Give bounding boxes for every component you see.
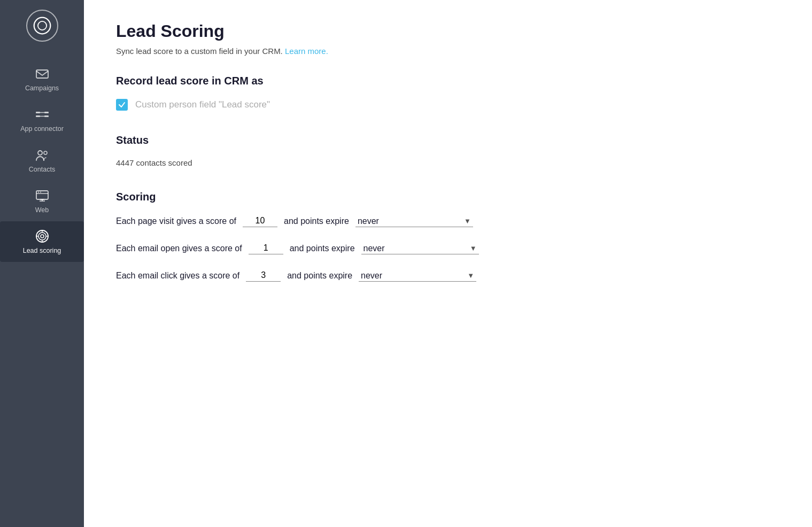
svg-point-20 [41, 235, 44, 238]
app-logo [26, 10, 58, 42]
status-section-title: Status [116, 134, 780, 146]
svg-rect-5 [36, 115, 40, 117]
learn-more-link[interactable]: Learn more. [285, 46, 328, 56]
checkbox-label: Custom person field "Lead score" [135, 99, 270, 110]
svg-point-14 [40, 192, 41, 193]
email-click-score-input[interactable] [246, 269, 281, 282]
status-section: Status 4447 contacts scored [116, 134, 780, 167]
page-subtitle: Sync lead score to a custom field in you… [116, 46, 780, 56]
svg-point-10 [44, 151, 47, 154]
sidebar-item-web[interactable]: Web [0, 181, 84, 221]
scoring-row-email-click: Each email click gives a score of and po… [116, 269, 780, 282]
sidebar-web-label: Web [35, 206, 49, 214]
scoring-section: Scoring Each page visit gives a score of… [116, 191, 780, 282]
scoring-row-email-open: Each email open gives a score of and poi… [116, 242, 780, 254]
email-open-expire-dropdown: never after 30 days after 60 days after … [361, 243, 479, 254]
page-visit-expire-select[interactable]: never after 30 days after 60 days after … [355, 215, 473, 227]
page-visit-label: Each page visit gives a score of [116, 216, 236, 226]
svg-point-13 [38, 192, 39, 193]
svg-rect-6 [44, 115, 49, 117]
record-section-title: Record lead score in CRM as [116, 75, 780, 87]
sidebar-campaigns-label: Campaigns [25, 84, 59, 92]
svg-point-19 [38, 232, 46, 240]
sidebar-lead-scoring-label: Lead scoring [23, 247, 61, 254]
svg-rect-2 [36, 70, 48, 78]
svg-point-9 [38, 151, 42, 155]
email-click-label: Each email click gives a score of [116, 271, 239, 281]
email-click-expire-dropdown: never after 30 days after 60 days after … [359, 270, 476, 282]
svg-point-1 [37, 21, 46, 30]
page-visit-expire-label: and points expire [284, 216, 349, 226]
email-click-expire-select[interactable]: never after 30 days after 60 days after … [359, 270, 476, 282]
page-visit-expire-dropdown: never after 30 days after 60 days after … [355, 215, 473, 227]
svg-point-0 [34, 18, 50, 34]
lead-score-checkbox[interactable] [116, 99, 128, 111]
checkbox-row: Custom person field "Lead score" [116, 99, 780, 111]
scoring-row-page-visit: Each page visit gives a score of and poi… [116, 215, 780, 227]
scoring-section-title: Scoring [116, 191, 780, 203]
email-click-expire-label: and points expire [287, 271, 352, 281]
sidebar-item-contacts[interactable]: Contacts [0, 140, 84, 181]
email-open-expire-label: and points expire [290, 244, 355, 253]
svg-rect-3 [36, 112, 40, 113]
email-open-score-input[interactable] [249, 242, 283, 254]
main-content: Lead Scoring Sync lead score to a custom… [84, 0, 812, 527]
target-icon [35, 229, 50, 244]
sidebar-item-lead-scoring[interactable]: Lead scoring [0, 221, 84, 262]
page-visit-score-input[interactable] [243, 215, 277, 227]
status-count: 4447 contacts scored [116, 158, 780, 167]
sidebar-item-campaigns[interactable]: Campaigns [0, 59, 84, 99]
subtitle-text: Sync lead score to a custom field in you… [116, 46, 283, 56]
email-open-label: Each email open gives a score of [116, 244, 242, 253]
svg-rect-4 [44, 112, 49, 113]
sidebar: Campaigns App connector Contacts [0, 0, 84, 527]
sidebar-item-app-connector[interactable]: App connector [0, 99, 84, 140]
email-open-expire-select[interactable]: never after 30 days after 60 days after … [361, 243, 479, 254]
web-icon [35, 188, 50, 203]
sidebar-contacts-label: Contacts [29, 166, 55, 173]
sidebar-app-connector-label: App connector [20, 125, 64, 133]
connector-icon [35, 107, 50, 122]
contacts-icon [35, 148, 50, 162]
page-title: Lead Scoring [116, 21, 780, 41]
mail-icon [35, 66, 50, 81]
checkmark-icon [118, 101, 126, 108]
